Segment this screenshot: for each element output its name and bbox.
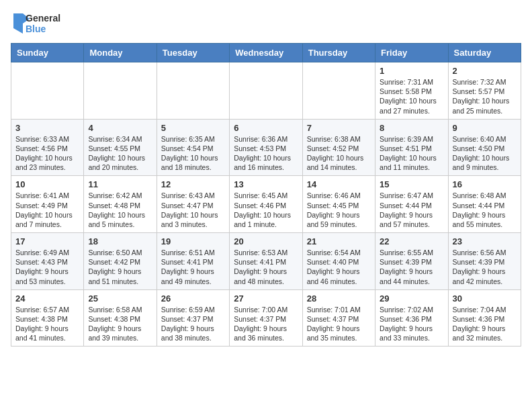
day-info: Sunrise: 6:55 AM Sunset: 4:39 PM Dayligh…	[380, 248, 433, 285]
day-number: 13	[234, 179, 298, 189]
calendar-cell: 19Sunrise: 6:51 AM Sunset: 4:41 PM Dayli…	[157, 233, 229, 290]
day-number: 9	[453, 123, 517, 133]
day-number: 22	[380, 236, 443, 246]
day-info: Sunrise: 6:38 AM Sunset: 4:52 PM Dayligh…	[307, 135, 364, 172]
day-number: 18	[88, 236, 152, 246]
day-info: Sunrise: 6:57 AM Sunset: 4:38 PM Dayligh…	[15, 306, 69, 342]
calendar-week-row: 17Sunrise: 6:49 AM Sunset: 4:43 PM Dayli…	[11, 233, 521, 290]
day-number: 7	[307, 123, 371, 133]
calendar-cell: 14Sunrise: 6:46 AM Sunset: 4:45 PM Dayli…	[302, 176, 375, 233]
day-info: Sunrise: 7:00 AM Sunset: 4:37 PM Dayligh…	[234, 306, 287, 342]
day-info: Sunrise: 6:35 AM Sunset: 4:54 PM Dayligh…	[161, 135, 218, 172]
day-info: Sunrise: 6:59 AM Sunset: 4:37 PM Dayligh…	[161, 306, 215, 342]
day-info: Sunrise: 6:53 AM Sunset: 4:41 PM Dayligh…	[234, 248, 287, 285]
day-info: Sunrise: 6:34 AM Sunset: 4:55 PM Dayligh…	[88, 135, 145, 172]
calendar-cell: 26Sunrise: 6:59 AM Sunset: 4:37 PM Dayli…	[157, 289, 229, 347]
calendar-cell: 8Sunrise: 6:39 AM Sunset: 4:51 PM Daylig…	[375, 119, 448, 176]
day-info: Sunrise: 6:48 AM Sunset: 4:44 PM Dayligh…	[453, 191, 506, 228]
day-number: 25	[88, 293, 152, 304]
day-number: 10	[15, 179, 79, 189]
day-info: Sunrise: 6:54 AM Sunset: 4:40 PM Dayligh…	[307, 248, 361, 285]
calendar-cell	[302, 62, 375, 120]
calendar-cell: 10Sunrise: 6:41 AM Sunset: 4:49 PM Dayli…	[11, 176, 84, 233]
calendar-week-row: 3Sunrise: 6:33 AM Sunset: 4:56 PM Daylig…	[11, 119, 521, 176]
calendar-cell: 30Sunrise: 7:04 AM Sunset: 4:36 PM Dayli…	[448, 289, 521, 347]
day-number: 16	[453, 179, 517, 189]
day-info: Sunrise: 6:41 AM Sunset: 4:49 PM Dayligh…	[15, 191, 73, 228]
day-info: Sunrise: 7:04 AM Sunset: 4:36 PM Dayligh…	[453, 306, 506, 342]
day-number: 2	[453, 66, 517, 76]
day-number: 8	[380, 123, 443, 133]
day-header-wednesday: Wednesday	[230, 44, 302, 62]
day-header-tuesday: Tuesday	[157, 44, 229, 62]
day-number: 3	[15, 123, 79, 133]
day-number: 28	[307, 293, 371, 304]
calendar-cell: 4Sunrise: 6:34 AM Sunset: 4:55 PM Daylig…	[84, 119, 157, 176]
calendar-header-row: SundayMondayTuesdayWednesdayThursdayFrid…	[11, 44, 521, 62]
calendar-cell: 13Sunrise: 6:45 AM Sunset: 4:46 PM Dayli…	[230, 176, 302, 233]
day-info: Sunrise: 6:45 AM Sunset: 4:46 PM Dayligh…	[234, 191, 291, 228]
day-info: Sunrise: 7:01 AM Sunset: 4:37 PM Dayligh…	[307, 306, 361, 342]
svg-text:General: General	[26, 13, 60, 24]
day-info: Sunrise: 6:46 AM Sunset: 4:45 PM Dayligh…	[307, 191, 361, 228]
day-number: 27	[234, 293, 298, 304]
logo: GeneralBlue	[11, 11, 64, 36]
day-info: Sunrise: 7:31 AM Sunset: 5:58 PM Dayligh…	[380, 78, 437, 115]
day-info: Sunrise: 6:39 AM Sunset: 4:51 PM Dayligh…	[380, 135, 437, 172]
calendar-cell: 20Sunrise: 6:53 AM Sunset: 4:41 PM Dayli…	[230, 233, 302, 290]
day-header-monday: Monday	[84, 44, 157, 62]
day-number: 30	[453, 293, 517, 304]
day-number: 4	[88, 123, 152, 133]
calendar-week-row: 1Sunrise: 7:31 AM Sunset: 5:58 PM Daylig…	[11, 62, 521, 120]
calendar-cell: 23Sunrise: 6:56 AM Sunset: 4:39 PM Dayli…	[448, 233, 521, 290]
calendar-week-row: 10Sunrise: 6:41 AM Sunset: 4:49 PM Dayli…	[11, 176, 521, 233]
calendar-cell: 24Sunrise: 6:57 AM Sunset: 4:38 PM Dayli…	[11, 289, 84, 347]
logo-svg: GeneralBlue	[11, 11, 64, 36]
day-number: 11	[88, 179, 152, 189]
svg-marker-0	[13, 13, 23, 34]
calendar-cell: 1Sunrise: 7:31 AM Sunset: 5:58 PM Daylig…	[375, 62, 448, 120]
calendar-cell	[84, 62, 157, 120]
calendar-cell: 17Sunrise: 6:49 AM Sunset: 4:43 PM Dayli…	[11, 233, 84, 290]
day-info: Sunrise: 6:51 AM Sunset: 4:41 PM Dayligh…	[161, 248, 215, 285]
calendar-cell: 22Sunrise: 6:55 AM Sunset: 4:39 PM Dayli…	[375, 233, 448, 290]
calendar-cell: 28Sunrise: 7:01 AM Sunset: 4:37 PM Dayli…	[302, 289, 375, 347]
calendar-cell	[157, 62, 229, 120]
day-number: 19	[161, 236, 225, 246]
day-header-saturday: Saturday	[448, 44, 521, 62]
calendar-cell	[230, 62, 302, 120]
calendar-cell: 25Sunrise: 6:58 AM Sunset: 4:38 PM Dayli…	[84, 289, 157, 347]
day-number: 21	[307, 236, 371, 246]
calendar-cell: 9Sunrise: 6:40 AM Sunset: 4:50 PM Daylig…	[448, 119, 521, 176]
svg-text:Blue: Blue	[26, 24, 46, 34]
day-number: 24	[15, 293, 79, 304]
day-number: 15	[380, 179, 443, 189]
header: GeneralBlue	[11, 11, 521, 36]
day-number: 14	[307, 179, 371, 189]
day-header-sunday: Sunday	[11, 44, 84, 62]
day-number: 17	[15, 236, 79, 246]
day-number: 5	[161, 123, 225, 133]
day-number: 29	[380, 293, 443, 304]
day-number: 23	[453, 236, 517, 246]
calendar-cell: 12Sunrise: 6:43 AM Sunset: 4:47 PM Dayli…	[157, 176, 229, 233]
calendar-cell: 5Sunrise: 6:35 AM Sunset: 4:54 PM Daylig…	[157, 119, 229, 176]
calendar-cell: 3Sunrise: 6:33 AM Sunset: 4:56 PM Daylig…	[11, 119, 84, 176]
day-info: Sunrise: 6:56 AM Sunset: 4:39 PM Dayligh…	[453, 248, 506, 285]
day-info: Sunrise: 6:47 AM Sunset: 4:44 PM Dayligh…	[380, 191, 433, 228]
day-info: Sunrise: 6:36 AM Sunset: 4:53 PM Dayligh…	[234, 135, 291, 172]
day-info: Sunrise: 7:02 AM Sunset: 4:36 PM Dayligh…	[380, 306, 433, 342]
calendar-cell: 18Sunrise: 6:50 AM Sunset: 4:42 PM Dayli…	[84, 233, 157, 290]
day-header-thursday: Thursday	[302, 44, 375, 62]
day-info: Sunrise: 6:33 AM Sunset: 4:56 PM Dayligh…	[15, 135, 73, 172]
calendar-cell: 11Sunrise: 6:42 AM Sunset: 4:48 PM Dayli…	[84, 176, 157, 233]
day-number: 20	[234, 236, 298, 246]
calendar-cell: 15Sunrise: 6:47 AM Sunset: 4:44 PM Dayli…	[375, 176, 448, 233]
day-number: 12	[161, 179, 225, 189]
day-info: Sunrise: 6:40 AM Sunset: 4:50 PM Dayligh…	[453, 135, 510, 172]
day-number: 6	[234, 123, 298, 133]
day-info: Sunrise: 6:58 AM Sunset: 4:38 PM Dayligh…	[88, 306, 142, 342]
day-info: Sunrise: 6:42 AM Sunset: 4:48 PM Dayligh…	[88, 191, 145, 228]
calendar-cell: 27Sunrise: 7:00 AM Sunset: 4:37 PM Dayli…	[230, 289, 302, 347]
calendar-table: SundayMondayTuesdayWednesdayThursdayFrid…	[11, 43, 521, 347]
